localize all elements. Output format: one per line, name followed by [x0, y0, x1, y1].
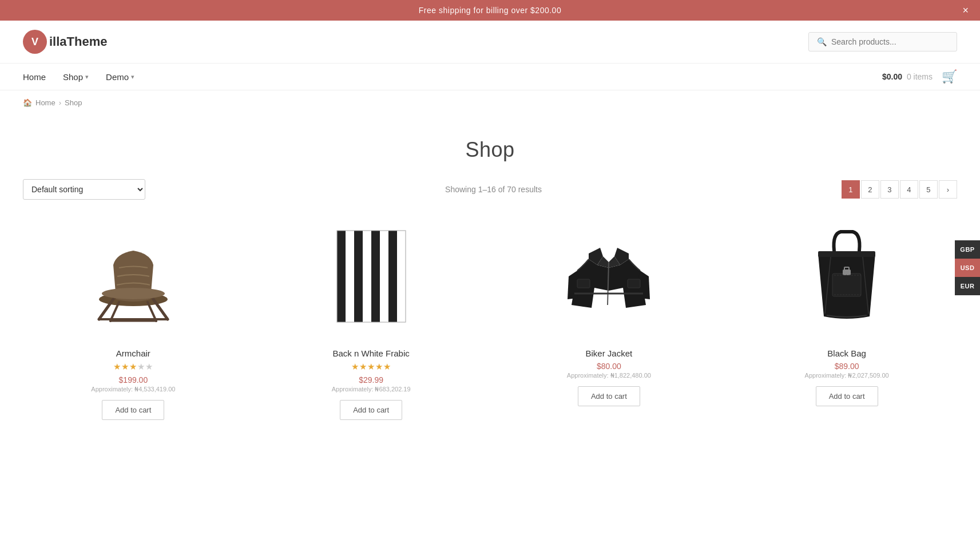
add-to-cart-jacket[interactable]: Add to cart — [578, 386, 640, 406]
product-stars-fabric: ★★★★★ — [351, 362, 391, 372]
nav-item-demo[interactable]: Demo ▾ — [106, 72, 134, 82]
currency-eur[interactable]: EUR — [955, 277, 980, 295]
svg-rect-18 — [832, 274, 861, 296]
breadcrumb: 🏠 Home › Shop — [0, 90, 980, 115]
page-button-1[interactable]: 1 — [842, 180, 860, 199]
product-image-bag — [736, 213, 957, 339]
product-price-armchair: $199.00 — [119, 375, 148, 385]
product-price-jacket: $80.00 — [597, 362, 621, 371]
product-image-armchair — [23, 213, 244, 339]
product-price-bag: $89.00 — [835, 362, 859, 371]
demo-chevron-icon: ▾ — [131, 73, 134, 81]
shop-title-section: Shop — [0, 115, 980, 179]
product-image-jacket — [499, 213, 720, 339]
svg-rect-17 — [818, 251, 875, 257]
currency-switcher: GBP USD EUR — [955, 240, 980, 295]
breadcrumb-separator: › — [59, 98, 61, 107]
product-card-jacket: Biker Jacket $80.00 Approximately: ₦1,82… — [499, 213, 720, 420]
sort-select[interactable]: Default sorting Sort by popularity Sort … — [23, 179, 145, 200]
product-stars-armchair: ★★★★★ — [113, 362, 153, 372]
products-grid: Armchair ★★★★★ $199.00 Approximately: ₦4… — [0, 213, 980, 443]
nav-item-home[interactable]: Home — [23, 72, 46, 82]
svg-point-7 — [102, 288, 165, 299]
header: V illaTheme 🔍 — [0, 21, 980, 64]
page-button-2[interactable]: 2 — [861, 180, 879, 199]
product-name-fabric: Back n White Frabic — [333, 348, 410, 358]
banner-text: Free shipping for billing over $200.00 — [419, 6, 561, 15]
shop-controls: Default sorting Sort by popularity Sort … — [0, 179, 980, 213]
search-icon: 🔍 — [817, 37, 827, 46]
search-bar: 🔍 — [808, 32, 957, 51]
breadcrumb-home-link[interactable]: Home — [35, 98, 55, 107]
product-name-armchair: Armchair — [116, 348, 150, 358]
product-name-bag: Black Bag — [827, 348, 866, 358]
product-approx-jacket: Approximately: ₦1,822,480.00 — [567, 372, 651, 379]
svg-rect-12 — [388, 231, 397, 322]
nav: Home Shop ▾ Demo ▾ $0.00 0 items 🛒 — [0, 64, 980, 90]
product-approx-armchair: Approximately: ₦4,533,419.00 — [91, 386, 175, 393]
add-to-cart-fabric[interactable]: Add to cart — [340, 400, 402, 420]
cart-icon[interactable]: 🛒 — [942, 69, 957, 84]
currency-usd[interactable]: USD — [955, 259, 980, 277]
svg-rect-10 — [354, 231, 363, 322]
banner-close-button[interactable]: × — [962, 5, 969, 17]
svg-rect-9 — [337, 231, 346, 322]
svg-rect-16 — [628, 279, 640, 288]
shop-chevron-icon: ▾ — [85, 73, 89, 81]
product-approx-fabric: Approximately: ₦683,202.19 — [332, 386, 411, 393]
search-input[interactable] — [831, 37, 949, 46]
add-to-cart-armchair[interactable]: Add to cart — [102, 400, 164, 420]
results-count: Showing 1–16 of 70 results — [445, 185, 542, 194]
product-approx-bag: Approximately: ₦2,027,509.00 — [805, 372, 889, 379]
page-title: Shop — [0, 138, 980, 162]
page-button-4[interactable]: 4 — [900, 180, 918, 199]
product-name-jacket: Biker Jacket — [586, 348, 633, 358]
cart-total: $0.00 0 items — [882, 72, 933, 81]
nav-left: Home Shop ▾ Demo ▾ — [23, 72, 882, 82]
logo-icon: V — [23, 30, 47, 54]
product-card-fabric: Back n White Frabic ★★★★★ $29.99 Approxi… — [261, 213, 482, 420]
logo-text: illaTheme — [49, 34, 107, 49]
nav-right: $0.00 0 items 🛒 — [882, 69, 957, 84]
page-button-5[interactable]: 5 — [919, 180, 938, 199]
svg-rect-15 — [577, 279, 590, 288]
nav-item-shop[interactable]: Shop ▾ — [63, 72, 89, 82]
top-banner: Free shipping for billing over $200.00 × — [0, 0, 980, 21]
product-card-bag: Black Bag $89.00 Approximately: ₦2,027,5… — [736, 213, 957, 420]
currency-gbp[interactable]: GBP — [955, 240, 980, 259]
breadcrumb-home-icon: 🏠 — [23, 98, 32, 107]
add-to-cart-bag[interactable]: Add to cart — [816, 386, 878, 406]
product-card-armchair: Armchair ★★★★★ $199.00 Approximately: ₦4… — [23, 213, 244, 420]
product-price-fabric: $29.99 — [359, 375, 383, 385]
svg-rect-11 — [371, 231, 380, 322]
product-image-fabric — [261, 213, 482, 339]
breadcrumb-shop: Shop — [65, 98, 82, 107]
page-button-3[interactable]: 3 — [880, 180, 899, 199]
logo[interactable]: V illaTheme — [23, 30, 107, 54]
pagination-next[interactable]: › — [939, 180, 957, 199]
pagination: 1 2 3 4 5 › — [842, 180, 957, 199]
